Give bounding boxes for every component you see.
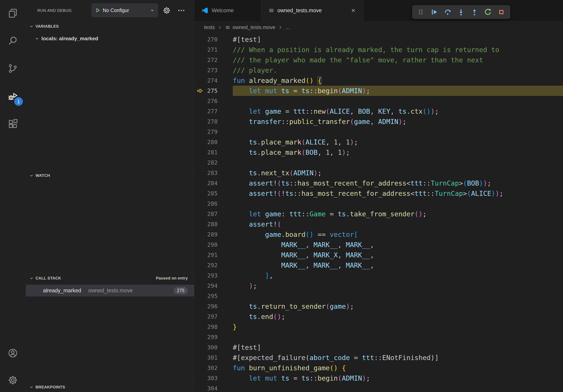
breakpoint-gutter[interactable]: 281 [194, 147, 233, 157]
code-line-content[interactable]: transfer::public_transfer(game, ADMIN); [233, 117, 563, 127]
step-into-icon[interactable] [454, 6, 468, 18]
code-line-content[interactable]: assert!( [233, 219, 563, 229]
code-line-content[interactable]: let mut ts = ts::begin(ADMIN); [233, 373, 563, 383]
breadcrumb-file[interactable]: owned_tests.move [232, 24, 275, 30]
code-line[interactable]: 279 [194, 127, 563, 137]
step-out-icon[interactable] [468, 6, 481, 18]
code-line-content[interactable] [233, 291, 563, 301]
code-line-content[interactable]: game.board() == vector[ [233, 229, 563, 240]
breakpoint-gutter[interactable]: 303 [194, 373, 233, 383]
code-line[interactable]: 292 MARK__, MARK__, MARK__, [194, 260, 563, 270]
continue-icon[interactable] [427, 6, 441, 18]
breakpoint-gutter[interactable]: 293 [194, 270, 233, 281]
breakpoint-gutter[interactable]: 270 [194, 34, 233, 45]
breakpoint-gutter[interactable]: 273 [194, 65, 233, 75]
code-line[interactable]: 272/// the player who made the "false" m… [194, 55, 563, 65]
code-line[interactable]: 280 ts.place_mark(ALICE, 1, 1); [194, 137, 563, 147]
code-line-content[interactable] [233, 157, 563, 168]
close-icon[interactable] [350, 7, 357, 14]
restart-icon[interactable] [481, 6, 495, 18]
code-line[interactable]: 273/// player. [194, 65, 563, 75]
code-line[interactable]: 271/// When a position is already marked… [194, 45, 563, 55]
code-line-content[interactable]: } [233, 322, 563, 332]
breakpoint-gutter[interactable]: 276 [194, 96, 233, 106]
code-line-content[interactable]: /// When a position is already marked, t… [233, 45, 563, 55]
code-line-content[interactable]: #[expected_failure(abort_code = ttt::ENo… [233, 353, 563, 363]
code-line[interactable]: 288 assert!( [194, 219, 563, 229]
code-line[interactable]: 304 [194, 383, 563, 392]
account-icon[interactable] [8, 348, 18, 358]
code-line[interactable]: 276 [194, 96, 563, 106]
breakpoint-gutter[interactable]: 282 [194, 157, 233, 168]
code-line-content[interactable]: #[test] [233, 34, 563, 45]
breakpoint-gutter[interactable]: 289 [194, 229, 233, 240]
extensions-icon[interactable] [8, 118, 18, 129]
settings-gear-icon[interactable] [8, 375, 18, 385]
source-control-icon[interactable] [8, 63, 18, 74]
tab-owned-tests-move[interactable]: owned_tests.move [261, 0, 364, 21]
debug-settings-gear-icon[interactable] [162, 6, 171, 15]
code-line[interactable]: 286 [194, 198, 563, 209]
breakpoint-gutter[interactable]: 299 [194, 332, 233, 342]
breakpoint-gutter[interactable]: 291 [194, 250, 233, 260]
code-line[interactable]: 289 game.board() == vector[ [194, 229, 563, 240]
more-actions-icon[interactable] [177, 6, 186, 15]
code-line-content[interactable]: assert!(ts::has_most_recent_for_address<… [233, 178, 563, 188]
breakpoint-gutter[interactable]: 288 [194, 219, 233, 229]
code-line[interactable]: 275 let mut ts = ts::begin(ADMIN); [194, 86, 563, 96]
code-line[interactable]: 298} [194, 322, 563, 332]
code-line-content[interactable]: ts.next_tx(ADMIN); [233, 168, 563, 178]
code-line[interactable]: 283 ts.next_tx(ADMIN); [194, 168, 563, 178]
breadcrumb-tests[interactable]: tests [204, 24, 215, 30]
code-line-content[interactable]: MARK__, MARK__, MARK__, [233, 260, 563, 270]
code-line-content[interactable]: MARK__, MARK__, MARK__, [233, 240, 563, 250]
code-line-content[interactable]: ts.return_to_sender(game); [233, 301, 563, 312]
breakpoint-gutter[interactable]: 280 [194, 137, 233, 147]
breakpoint-gutter[interactable]: 272 [194, 55, 233, 65]
breakpoint-gutter[interactable]: 275 [194, 86, 233, 96]
breakpoint-gutter[interactable]: 277 [194, 106, 233, 117]
code-line-content[interactable] [233, 96, 563, 106]
code-line-content[interactable]: let mut ts = ts::begin(ADMIN); [233, 86, 563, 96]
code-line[interactable]: 281 ts.place_mark(BOB, 1, 1); [194, 147, 563, 157]
code-line[interactable]: 300#[test] [194, 342, 563, 353]
breakpoint-gutter[interactable]: 271 [194, 45, 233, 55]
code-line-content[interactable]: ts.place_mark(BOB, 1, 1); [233, 147, 563, 157]
code-line[interactable]: 299 [194, 332, 563, 342]
toolbar-drag-handle-icon[interactable] [414, 6, 427, 18]
code-line[interactable]: 282 [194, 157, 563, 168]
code-line[interactable]: 301#[expected_failure(abort_code = ttt::… [194, 353, 563, 363]
code-line-content[interactable]: ); [233, 281, 563, 291]
code-line[interactable]: 278 transfer::public_transfer(game, ADMI… [194, 117, 563, 127]
breakpoint-gutter[interactable]: 286 [194, 198, 233, 209]
code-editor[interactable]: 270#[test]271/// When a position is alre… [194, 34, 563, 392]
code-line-content[interactable]: ts.end(); [233, 312, 563, 322]
code-line[interactable]: 303 let mut ts = ts::begin(ADMIN); [194, 373, 563, 383]
debug-config-dropdown[interactable]: No Configur [91, 3, 158, 17]
breakpoint-gutter[interactable]: 278 [194, 117, 233, 127]
code-line[interactable]: 295 [194, 291, 563, 301]
breadcrumb-symbol[interactable]: … [285, 24, 290, 30]
code-line[interactable]: 290 MARK__, MARK__, MARK__, [194, 240, 563, 250]
stop-icon[interactable] [495, 6, 508, 18]
code-line-content[interactable]: assert!(!ts::has_most_recent_for_address… [233, 188, 563, 198]
search-icon[interactable] [8, 36, 18, 46]
code-line[interactable]: 302fun burn_unfinished_game() { [194, 363, 563, 373]
breakpoint-gutter[interactable]: 284 [194, 178, 233, 188]
code-line[interactable]: 294 ); [194, 281, 563, 291]
code-line[interactable]: 293 ], [194, 270, 563, 281]
variables-scope-row[interactable]: locals: already_marked [26, 34, 194, 43]
code-line-content[interactable] [233, 383, 563, 392]
code-line-content[interactable] [233, 198, 563, 209]
breakpoint-gutter[interactable]: 302 [194, 363, 233, 373]
code-line-content[interactable]: ], [233, 270, 563, 281]
call-stack-section-header[interactable]: CALL STACK Paused on entry [26, 274, 194, 283]
breakpoint-gutter[interactable]: 295 [194, 291, 233, 301]
breakpoint-gutter[interactable]: 292 [194, 260, 233, 270]
code-line[interactable]: 284 assert!(ts::has_most_recent_for_addr… [194, 178, 563, 188]
code-line-content[interactable]: /// player. [233, 65, 563, 75]
explorer-icon[interactable] [8, 8, 18, 19]
step-over-icon[interactable] [441, 6, 454, 18]
breakpoint-gutter[interactable]: 287 [194, 209, 233, 219]
breakpoint-gutter[interactable]: 274 [194, 75, 233, 86]
